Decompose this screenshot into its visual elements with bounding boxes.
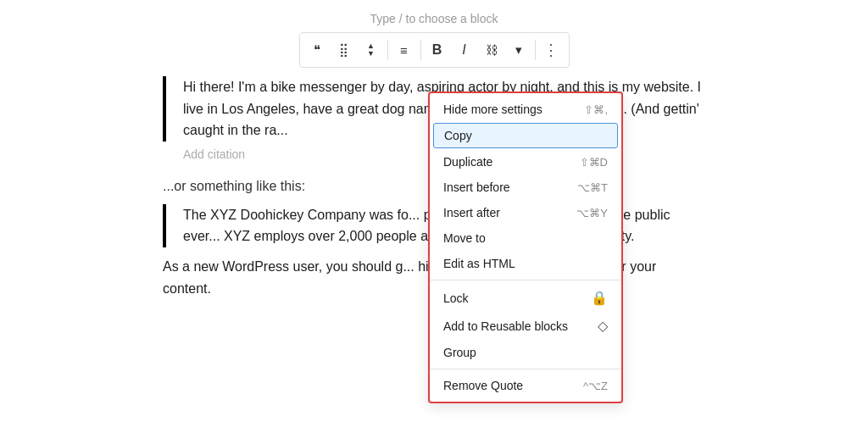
- more-format-btn[interactable]: ▾: [505, 35, 532, 65]
- block-toolbar: ❝ ⣿ ▲ ▼ ≡ B I ⛓ ▾ ⋮: [0, 32, 868, 68]
- menu-label-hide-settings: Hide more settings: [443, 103, 542, 116]
- context-menu: Hide more settings ⇧⌘, Copy Duplicate ⇧⌘…: [428, 92, 623, 403]
- menu-item-insert-after[interactable]: Insert after ⌥⌘Y: [430, 200, 621, 225]
- toolbar-divider-1: [387, 40, 388, 60]
- menu-item-remove-quote[interactable]: Remove Quote ^⌥Z: [430, 373, 621, 398]
- page-hint: Type / to choose a block: [0, 0, 868, 32]
- menu-item-copy[interactable]: Copy: [433, 123, 618, 148]
- bold-btn[interactable]: B: [424, 35, 451, 65]
- menu-label-lock: Lock: [443, 291, 469, 305]
- menu-label-edit-html: Edit as HTML: [443, 257, 515, 270]
- menu-shortcut-duplicate: ⇧⌘D: [580, 156, 608, 169]
- align-btn[interactable]: ≡: [391, 35, 418, 65]
- menu-item-insert-before[interactable]: Insert before ⌥⌘T: [430, 175, 621, 200]
- up-btn[interactable]: ▲ ▼: [358, 35, 385, 65]
- menu-item-add-reusable[interactable]: Add to Reusable blocks ◇: [430, 312, 621, 340]
- italic-btn[interactable]: I: [451, 35, 478, 65]
- menu-label-insert-after: Insert after: [443, 206, 500, 219]
- drag-btn[interactable]: ⣿: [331, 35, 358, 65]
- menu-label-move-to: Move to: [443, 231, 486, 245]
- options-btn[interactable]: ⋮: [538, 35, 565, 65]
- menu-shortcut-insert-after: ⌥⌘Y: [576, 207, 608, 219]
- menu-label-remove-quote: Remove Quote: [443, 379, 523, 392]
- menu-item-lock[interactable]: Lock 🔒: [430, 284, 621, 312]
- lock-icon: 🔒: [591, 290, 608, 306]
- quote-btn[interactable]: ❝: [303, 35, 331, 65]
- menu-item-move-to[interactable]: Move to: [430, 225, 621, 251]
- menu-label-add-reusable: Add to Reusable blocks: [443, 319, 568, 333]
- toolbar-divider-3: [535, 40, 536, 60]
- diamond-icon: ◇: [598, 318, 608, 334]
- toolbar-divider-2: [420, 40, 421, 60]
- menu-label-copy: Copy: [444, 129, 472, 142]
- menu-divider-2: [430, 369, 621, 369]
- menu-label-insert-before: Insert before: [443, 180, 510, 194]
- menu-item-duplicate[interactable]: Duplicate ⇧⌘D: [430, 149, 621, 175]
- menu-shortcut-remove-quote: ^⌥Z: [583, 380, 608, 392]
- menu-item-edit-html[interactable]: Edit as HTML: [430, 251, 621, 276]
- menu-label-duplicate: Duplicate: [443, 155, 492, 169]
- menu-label-group: Group: [443, 346, 476, 359]
- link-btn[interactable]: ⛓: [478, 35, 505, 65]
- menu-shortcut-hide-settings: ⇧⌘,: [584, 103, 608, 116]
- menu-divider-1: [430, 280, 621, 280]
- menu-item-hide-settings[interactable]: Hide more settings ⇧⌘,: [430, 97, 621, 122]
- menu-item-group[interactable]: Group: [430, 340, 621, 365]
- menu-shortcut-insert-before: ⌥⌘T: [577, 181, 608, 194]
